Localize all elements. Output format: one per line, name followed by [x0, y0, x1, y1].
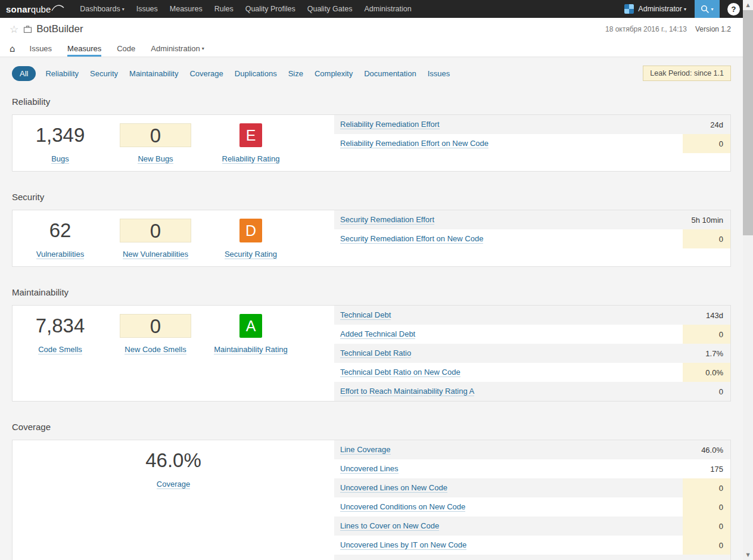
measure-row-link[interactable]: Line Coverage	[340, 445, 391, 455]
rating-badge: E	[239, 123, 262, 147]
home-icon[interactable]: ⌂	[10, 41, 15, 57]
measure-row-link[interactable]: Effort to Reach Maintainability Rating A	[340, 387, 474, 396]
tab-issues[interactable]: Issues	[30, 41, 52, 57]
measure-row-link[interactable]: Security Remediation Effort on New Code	[340, 234, 483, 244]
user-menu[interactable]: Administrator ▾	[624, 4, 686, 14]
filter-coverage[interactable]: Coverage	[189, 69, 223, 78]
measure-row-link[interactable]: Lines to Cover on New Code	[340, 521, 439, 531]
scrollbar-down-arrow[interactable]: ▼	[743, 550, 753, 560]
analysis-date: 18 октября 2016 г., 14:13	[605, 25, 687, 33]
measure-row-link[interactable]: Technical Debt Ratio	[340, 349, 411, 358]
measure-row-link[interactable]: Uncovered Conditions on New Code	[340, 502, 465, 512]
measure-row-link[interactable]: Security Remediation Effort	[340, 215, 434, 225]
filter-reliability[interactable]: Reliability	[45, 69, 79, 78]
measure-list: Line Coverage 46.0% Uncovered Lines 175 …	[334, 440, 730, 560]
measure-row-link[interactable]: Added Technical Debt	[340, 329, 415, 339]
table-row: Uncovered Conditions on New Code 0	[334, 497, 730, 517]
measure-value: 46.0%	[13, 449, 334, 472]
table-row: Added Technical Debt 0	[334, 325, 730, 344]
table-row: Line Coverage 46.0%	[334, 440, 730, 459]
nav-administration[interactable]: Administration	[358, 0, 417, 18]
measure-label-link[interactable]: New Vulnerabilities	[123, 250, 188, 259]
user-name: Administrator	[638, 5, 682, 13]
filter-size[interactable]: Size	[288, 69, 303, 78]
leak-period-badge: Leak Period: since 1.1	[643, 66, 731, 81]
nav-rules[interactable]: Rules	[209, 0, 239, 18]
nav-measures[interactable]: Measures	[164, 0, 209, 18]
measure-row-value-leak: 0	[683, 478, 730, 497]
measure-row-link[interactable]: Uncovered Lines on New Code	[340, 483, 447, 493]
table-row: Reliability Remediation Effort 24d	[334, 115, 730, 134]
measure-label-link[interactable]: New Code Smells	[125, 345, 186, 354]
sonarqube-logo[interactable]: sonarqube	[6, 4, 64, 14]
filter-all[interactable]: All	[12, 66, 36, 81]
table-row: Technical Debt Ratio on New Code 0.0%	[334, 363, 730, 382]
measure-row-link[interactable]: Reliability Remediation Effort on New Co…	[340, 139, 488, 148]
measure-row-value: 0	[719, 387, 730, 396]
favorite-star-icon[interactable]: ☆	[10, 23, 18, 35]
measure-label-link[interactable]: Reliability Rating	[222, 154, 280, 164]
measure-reliability-rating: E Reliability Rating	[203, 123, 298, 164]
logo-text-qube: qube	[31, 4, 51, 14]
measure-label-link[interactable]: Maintainability Rating	[214, 345, 288, 354]
scrollbar-thumb[interactable]	[743, 10, 753, 235]
measure-row-value: 5h 10min	[692, 216, 730, 225]
measure-label-link[interactable]: Security Rating	[225, 250, 277, 259]
measure-value: 62	[13, 219, 108, 242]
measure-value-leak: 0	[120, 314, 191, 338]
measure-label-link[interactable]: New Bugs	[138, 154, 173, 164]
measure-row-value-leak: 0	[683, 497, 730, 517]
filter-issues[interactable]: Issues	[428, 69, 450, 78]
measure-row-value: 1.7%	[705, 349, 730, 358]
measure-label-link[interactable]: Bugs	[51, 154, 69, 164]
vertical-scrollbar[interactable]: ▲ ▼	[743, 0, 753, 560]
measure-row-link[interactable]: Technical Debt	[340, 310, 391, 320]
nav-quality-gates[interactable]: Quality Gates	[301, 0, 359, 18]
measure-label-link[interactable]: Vulnerabilities	[36, 250, 84, 259]
measures-card: 62 Vulnerabilities 0 New Vulnerabilities…	[12, 210, 731, 267]
measure-row-link[interactable]: Uncovered Lines by IT on New Code	[340, 540, 466, 550]
nav-issues[interactable]: Issues	[130, 0, 164, 18]
search-button[interactable]: ▾	[695, 0, 720, 18]
tab-code[interactable]: Code	[117, 41, 135, 57]
measure-row-link[interactable]: Reliability Remediation Effort	[340, 120, 440, 129]
measure-row-value-leak: 0	[683, 325, 730, 344]
filter-duplications[interactable]: Duplications	[235, 69, 277, 78]
table-row: Security Remediation Effort on New Code …	[334, 229, 730, 248]
page-title: BotBuilder	[36, 23, 83, 35]
filter-complexity[interactable]: Complexity	[315, 69, 353, 78]
measure-label-link[interactable]: Code Smells	[38, 345, 82, 354]
project-version: Version 1.2	[695, 25, 731, 33]
domain-filter-bar: All Reliability Security Maintainability…	[12, 66, 731, 81]
search-icon	[701, 5, 710, 14]
project-navigation: ⌂ Issues Measures Code Administration▾	[0, 41, 753, 57]
measures-card: 46.0% Coverage Line Coverage 46.0% Uncov…	[12, 440, 731, 560]
project-header: ☆ BotBuilder 18 октября 2016 г., 14:13 V…	[0, 18, 753, 41]
table-row: Technical Debt 143d	[334, 306, 730, 325]
chevron-down-icon: ▾	[711, 7, 713, 12]
section-security: Security 62 Vulnerabilities 0 New Vulner…	[12, 192, 731, 267]
nav-quality-profiles[interactable]: Quality Profiles	[239, 0, 301, 18]
nav-dashboards[interactable]: Dashboards▾	[74, 0, 130, 18]
tab-measures[interactable]: Measures	[67, 41, 101, 57]
rating-badge: D	[239, 219, 262, 242]
tab-administration[interactable]: Administration▾	[151, 41, 204, 57]
measure-row-link[interactable]: Uncovered Lines	[340, 464, 399, 474]
main-measures: 7,834 Code Smells 0 New Code Smells A Ma…	[13, 306, 334, 401]
table-row-partial	[334, 555, 730, 560]
help-button[interactable]: ?	[727, 3, 740, 15]
table-row: Lines to Cover on New Code 0	[334, 517, 730, 536]
measure-row-link[interactable]: Technical Debt Ratio on New Code	[340, 368, 460, 377]
table-row: Security Remediation Effort 5h 10min	[334, 210, 730, 229]
logo-text-sonar: sonar	[6, 4, 31, 14]
filter-maintainability[interactable]: Maintainability	[129, 69, 178, 78]
measure-row-value: 175	[710, 465, 730, 474]
measure-coverage: 46.0% Coverage	[13, 449, 334, 489]
scrollbar-up-arrow[interactable]: ▲	[743, 0, 753, 10]
measure-row-value: 46.0%	[701, 446, 730, 455]
measure-row-value-leak: 0.0%	[683, 363, 730, 382]
filter-documentation[interactable]: Documentation	[364, 69, 416, 78]
measure-label-link[interactable]: Coverage	[157, 480, 190, 489]
measure-new-vulnerabilities: 0 New Vulnerabilities	[108, 219, 203, 259]
filter-security[interactable]: Security	[90, 69, 118, 78]
